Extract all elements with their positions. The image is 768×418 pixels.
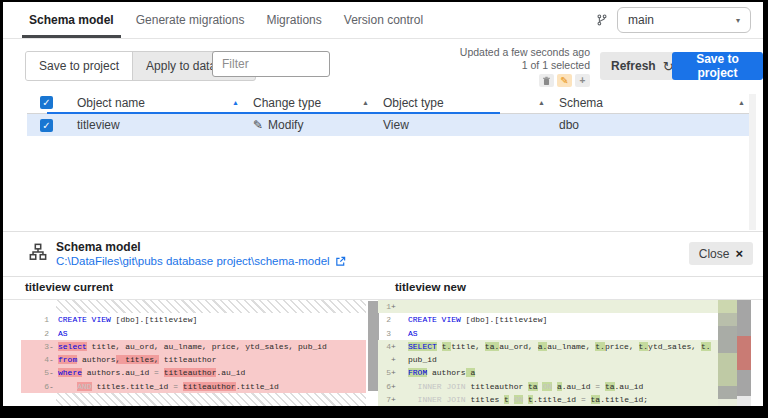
diff-marker: -: [49, 353, 56, 366]
code-segment: titles: [466, 395, 504, 404]
diff-marker: -: [49, 366, 56, 379]
diff-marker: +: [391, 353, 401, 366]
code-segment: au_ord,: [499, 342, 537, 351]
code-segment: ytd_sales,: [648, 342, 701, 351]
code-segment: [437, 342, 442, 351]
ruler-segment: [737, 336, 751, 370]
code-segment: ta: [528, 382, 538, 391]
diff-minimap[interactable]: [718, 300, 737, 406]
code-segment: a.: [538, 342, 548, 351]
diff-line: 4-from authors, titles, titleauthor: [21, 353, 366, 366]
panel-divider: [3, 231, 763, 232]
diff-line: 1CREATE VIEW [dbo].[titleview]: [21, 313, 366, 326]
cell-schema: dbo: [553, 118, 753, 132]
chevron-down-icon: ▾: [736, 16, 740, 25]
diff-line: +pub_id: [378, 353, 718, 366]
code-content: CREATE VIEW [dbo].[titleview]: [56, 313, 366, 326]
diff-pane-current: 1CREATE VIEW [dbo].[titleview]2AS3-selec…: [21, 300, 379, 406]
code-segment: .au_id: [562, 382, 596, 391]
code-segment: ta: [605, 382, 615, 391]
column-header-label: Object type: [383, 96, 444, 110]
close-panel-button[interactable]: Close ×: [689, 242, 753, 265]
code-segment: .title_id;: [600, 395, 648, 404]
code-segment: select: [58, 342, 87, 351]
line-number: 4: [21, 353, 49, 366]
code-segment: authors.au_id: [82, 368, 154, 377]
diff-marker: [391, 313, 401, 326]
line-number: 6: [378, 380, 391, 393]
diff-marker: -: [49, 380, 56, 393]
tab-version-control[interactable]: Version control: [333, 2, 434, 38]
minimap-segment: [718, 300, 737, 313]
sort-ascending-icon[interactable]: ▲: [232, 99, 239, 106]
branch-dropdown[interactable]: main ▾: [617, 7, 751, 33]
line-number: 3: [378, 327, 391, 340]
project-path-text: C:\DataFiles\git\pubs database project\s…: [56, 255, 330, 267]
column-header-schema[interactable]: Schema▲: [553, 96, 753, 110]
cell-change-type: ✎Modify: [247, 118, 377, 132]
project-path-link[interactable]: C:\DataFiles\git\pubs database project\s…: [56, 255, 346, 267]
sort-ascending-icon[interactable]: ▲: [362, 99, 369, 106]
diff-marker: [391, 327, 401, 340]
code-segment: titleauthor: [183, 382, 236, 391]
code-segment: CREATE VIEW: [408, 315, 461, 324]
select-all-checkbox[interactable]: ✓: [40, 96, 53, 109]
tab-migrations[interactable]: Migrations: [255, 2, 332, 38]
save-to-project-button[interactable]: Save to project: [672, 52, 763, 80]
code-segment: AS: [408, 329, 418, 338]
diff-editor: 1CREATE VIEW [dbo].[titleview]2AS3-selec…: [3, 300, 763, 406]
code-segment: [dbo].[titleview]: [111, 315, 197, 324]
diff-line: 5-where authors.au_id = titleauthor.au_i…: [21, 366, 366, 379]
panel-title: Schema model: [56, 240, 141, 254]
segment-save-to-project[interactable]: Save to project: [26, 52, 133, 80]
code-segment: ON: [514, 395, 524, 404]
filter-input[interactable]: [212, 51, 330, 77]
table-scrollbar[interactable]: [749, 94, 756, 230]
updated-text: Updated a few seconds ago: [460, 46, 590, 59]
code-segment: au_lname,: [547, 342, 595, 351]
diff-right-title: titleview new: [395, 281, 466, 293]
open-external-icon[interactable]: [335, 256, 346, 267]
schema-model-icon: [29, 243, 47, 265]
line-number: 2: [378, 313, 391, 326]
column-header-object-name[interactable]: Object name▲: [71, 96, 247, 110]
row-checkbox[interactable]: ✓: [40, 119, 53, 132]
code-segment: ta.: [485, 342, 499, 351]
minimap-segment: [718, 313, 737, 326]
code-segment: .title_id: [236, 382, 279, 391]
tabs-container: Schema modelGenerate migrationsMigration…: [18, 2, 434, 38]
code-segment: titleauthor: [466, 382, 528, 391]
code-segment: t.: [701, 342, 711, 351]
diff-overview-ruler[interactable]: [737, 300, 751, 406]
code-segment: a: [466, 368, 476, 377]
table-header: ✓Object name▲Change type▲Object type▲Sch…: [27, 92, 753, 114]
tab-generate-migrations[interactable]: Generate migrations: [125, 2, 256, 38]
diff-title-row: titleview current titleview new: [3, 277, 763, 300]
diff-left-title: titleview current: [25, 281, 113, 293]
code-segment: AS: [58, 329, 68, 338]
sort-ascending-icon[interactable]: ▲: [738, 99, 745, 106]
add-icon[interactable]: +: [575, 74, 590, 87]
code-segment: t.: [595, 342, 605, 351]
column-header-object-type[interactable]: Object type▲: [377, 96, 553, 110]
close-icon: ×: [735, 246, 743, 261]
code-segment: INNER JOIN: [418, 395, 466, 404]
code-content: AS: [401, 327, 718, 340]
status-block: Updated a few seconds ago 1 of 1 selecte…: [460, 46, 590, 87]
table-row[interactable]: ✓titleview✎ModifyViewdbo: [27, 114, 753, 136]
code-content: INNER JOIN titleauthor ta ON a.au_id = t…: [401, 380, 718, 393]
column-header-change-type[interactable]: Change type▲: [247, 96, 377, 110]
close-button-label: Close: [699, 247, 730, 261]
diff-marker: -: [49, 340, 56, 353]
edit-icon[interactable]: ✎: [557, 74, 572, 87]
diff-marker: +: [391, 393, 401, 406]
diff-line: 3AS: [378, 327, 718, 340]
selection-count-text: 1 of 1 selected: [460, 59, 590, 72]
sort-ascending-icon[interactable]: ▲: [538, 99, 545, 106]
code-segment: SELECT: [408, 342, 437, 351]
delete-icon[interactable]: [539, 74, 554, 87]
ruler-segment: [737, 396, 751, 406]
diff-line: 2AS: [21, 327, 366, 340]
tab-schema-model[interactable]: Schema model: [18, 2, 125, 38]
diff-line: 7+ INNER JOIN titles t ON t.title_id = t…: [378, 393, 718, 406]
